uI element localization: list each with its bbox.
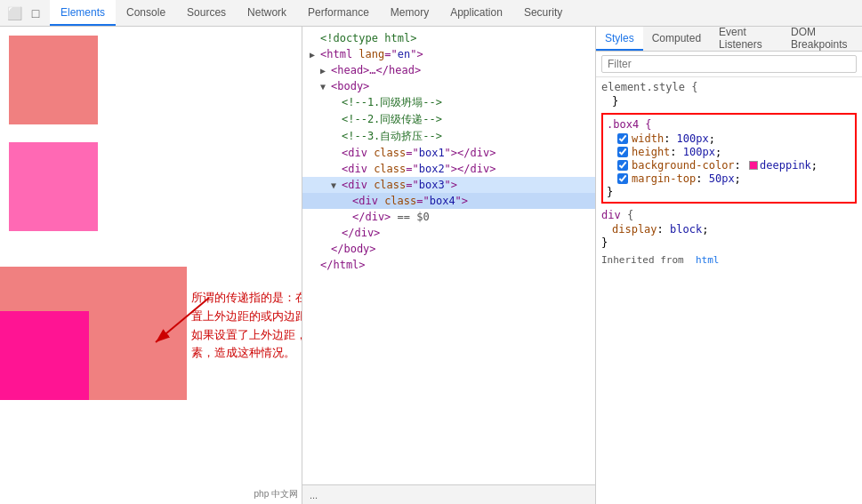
prop-margintop-checkbox[interactable] — [617, 173, 628, 184]
inherited-element-link[interactable]: html — [696, 254, 720, 266]
code-line-body[interactable]: ▼ <body> — [302, 78, 595, 94]
tab-event-listeners[interactable]: Event Listeners — [710, 27, 782, 51]
tab-console[interactable]: Console — [116, 0, 176, 26]
code-line-box3[interactable]: ▼ <div class="box3"> — [302, 177, 595, 193]
div-rule-body: display: block; — [601, 223, 857, 236]
code-text: <head>…</head> — [331, 64, 421, 76]
code-text: <div class="box2"></div> — [342, 163, 495, 175]
rule-end: } — [612, 95, 618, 108]
html-panel: <!doctype html> ▶ <html lang="en"> ▶ <he… — [302, 27, 596, 504]
filter-input[interactable] — [601, 55, 857, 73]
triangle-icon — [342, 212, 352, 222]
prop-bgcolor-checkbox[interactable] — [617, 160, 628, 171]
prop-width-checkbox[interactable] — [617, 133, 628, 144]
prop-display: display: block; — [612, 223, 857, 236]
triangle-icon: ▶ — [320, 66, 331, 76]
code-text: <!doctype html> — [320, 32, 416, 44]
tab-dom-breakpoints[interactable]: DOM Breakpoints — [782, 27, 862, 51]
code-text: </html> — [320, 259, 366, 271]
prop-bg-color: background-color: deeppink; — [617, 159, 851, 172]
code-text: <html lang="en"> — [320, 48, 423, 60]
selector-text: div { — [601, 209, 633, 221]
prop-width: width: 100px; — [617, 132, 851, 145]
tab-security[interactable]: Security — [513, 0, 573, 26]
php-logo: php 中文网 — [254, 488, 298, 500]
prop-height-checkbox[interactable] — [617, 147, 628, 157]
prop-name: width — [632, 132, 664, 145]
html-code-area[interactable]: <!doctype html> ▶ <html lang="en"> ▶ <he… — [302, 27, 595, 484]
main-area: 所谓的传递指的是：在父级元素没有设置上外边距的或内边距的时候，子元素如果设置了上… — [0, 27, 862, 504]
code-text: <div class="box1"></div> — [342, 147, 495, 159]
code-text: </div> — [342, 227, 380, 239]
prop-value[interactable]: 100px — [677, 132, 709, 145]
prop-name: background-color — [632, 159, 735, 172]
code-line-body-close[interactable]: </body> — [302, 241, 595, 257]
rule-selector: element.style { — [601, 81, 857, 93]
cursor-icon[interactable]: ⬜ — [4, 3, 25, 24]
styles-panel: Styles Computed Event Listeners DOM Brea… — [596, 27, 862, 504]
tab-network[interactable]: Network — [237, 0, 297, 26]
prop-value[interactable]: deeppink — [760, 159, 811, 172]
code-text: </div> == $0 — [352, 211, 430, 223]
tab-elements[interactable]: Elements — [50, 0, 116, 26]
code-line-html[interactable]: ▶ <html lang="en"> — [302, 46, 595, 62]
tab-styles[interactable]: Styles — [596, 27, 643, 51]
code-line-box4[interactable]: <div class="box4"> — [302, 193, 595, 209]
webpage-preview: 所谓的传递指的是：在父级元素没有设置上外边距的或内边距的时候，子元素如果设置了上… — [0, 27, 302, 504]
code-line-comment3[interactable]: <!--3.自动挤压--> — [302, 128, 595, 145]
tab-memory[interactable]: Memory — [380, 0, 439, 26]
selector-text: .box4 { — [607, 118, 652, 131]
code-line-box1[interactable]: <div class="box1"></div> — [302, 145, 595, 161]
code-line-box3-close[interactable]: </div> — [302, 225, 595, 241]
triangle-icon — [331, 98, 342, 108]
code-line-doctype[interactable]: <!doctype html> — [302, 30, 595, 46]
triangle-icon — [331, 228, 342, 238]
selector-text: element.style { — [601, 81, 697, 93]
styles-tabs: Styles Computed Event Listeners DOM Brea… — [596, 27, 862, 52]
tab-computed[interactable]: Computed — [643, 27, 710, 51]
tab-performance[interactable]: Performance — [297, 0, 380, 26]
triangle-icon — [331, 115, 342, 124]
triangle-icon — [320, 244, 331, 254]
prop-height: height: 100px; — [617, 146, 851, 158]
box2-element — [9, 142, 98, 231]
code-text: <div class="box3"> — [342, 179, 457, 191]
tab-sources[interactable]: Sources — [176, 0, 237, 26]
rule-end: } — [601, 236, 857, 249]
filter-row — [596, 52, 862, 77]
triangle-icon — [342, 196, 352, 206]
annotation-text: 所谓的传递指的是：在父级元素没有设置上外边距的或内边距的时候，子元素如果设置了上… — [191, 289, 302, 363]
triangle-icon: ▼ — [331, 180, 342, 190]
triangle-icon — [310, 260, 320, 270]
div-style-rule: div { display: block; } — [601, 209, 857, 249]
rule-end: } — [607, 186, 851, 198]
prop-name: display — [612, 223, 657, 236]
code-line-box2[interactable]: <div class="box2"></div> — [302, 161, 595, 177]
styles-content[interactable]: element.style { } .box4 { width: 100px; — [596, 77, 862, 504]
prop-value[interactable]: 100px — [683, 146, 715, 158]
inspect-icon[interactable]: □ — [25, 3, 46, 24]
code-line-head[interactable]: ▶ <head>…</head> — [302, 62, 595, 78]
box1-element — [9, 36, 98, 124]
prop-value: block — [670, 223, 702, 236]
tab-application[interactable]: Application — [439, 0, 513, 26]
code-line-box4-close[interactable]: </div> == $0 — [302, 209, 595, 225]
triangle-icon: ▶ — [310, 50, 320, 60]
code-line-comment2[interactable]: <!--2.同级传递--> — [302, 111, 595, 128]
bottom-bar: ... — [302, 484, 595, 504]
code-text: <!--1.同级坍塌--> — [342, 95, 442, 110]
code-text: <!--2.同级传递--> — [342, 112, 442, 127]
prop-name: margin-top — [632, 172, 696, 185]
prop-name: height — [632, 146, 670, 158]
prop-value[interactable]: 50px — [709, 172, 735, 185]
code-text: </body> — [331, 243, 376, 255]
box4-style-rule: .box4 { width: 100px; height: 100px; — [601, 113, 857, 204]
triangle-icon — [331, 148, 342, 158]
code-text: <div class="box4"> — [352, 195, 468, 207]
code-text: <body> — [331, 80, 369, 92]
box4-selector: .box4 { — [607, 118, 851, 131]
element-style-rule: element.style { } — [601, 81, 857, 108]
color-swatch[interactable] — [749, 161, 758, 170]
code-line-html-close[interactable]: </html> — [302, 257, 595, 273]
code-line-comment1[interactable]: <!--1.同级坍塌--> — [302, 94, 595, 111]
